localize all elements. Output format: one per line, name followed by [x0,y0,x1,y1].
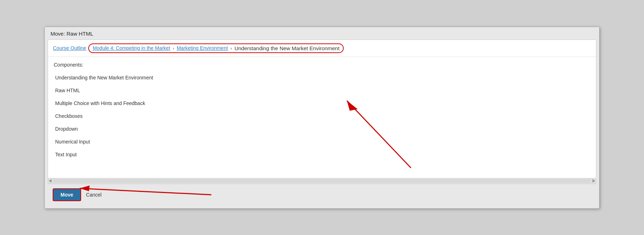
cancel-link[interactable]: Cancel [86,192,102,198]
list-item: Multiple Choice with Hints and Feedback [54,97,590,110]
breadcrumb-marketing-link[interactable]: Marketing Environment [177,45,228,51]
breadcrumb-highlight: Module 4: Competing in the Market › Mark… [88,43,344,53]
move-dialog: Move: Raw HTML Course Outline Module 4: … [44,27,600,209]
scroll-right-arrow[interactable] [592,179,595,183]
list-item: Text Input [54,148,590,161]
breadcrumb-outline-link[interactable]: Course Outline [53,45,86,51]
scroll-track [53,179,591,183]
breadcrumb-sep-1: › [173,46,174,51]
move-button[interactable]: Move [53,188,81,201]
list-item: Numerical Input [54,135,590,148]
components-section: Components: Understanding the New Market… [48,57,596,178]
horizontal-scrollbar[interactable] [48,178,596,184]
list-item: Understanding the New Market Environment [54,71,590,84]
breadcrumb-sep-2: › [231,46,232,51]
breadcrumb-current: Understanding the New Market Environment [234,45,339,51]
dialog-body: Course Outline Module 4: Competing in th… [48,40,596,184]
dialog-titlebar: Move: Raw HTML [45,27,599,40]
components-label: Components: [54,62,590,68]
list-item: Checkboxes [54,110,590,122]
breadcrumb-module-link[interactable]: Module 4: Competing in the Market [93,45,170,51]
dialog-footer: Move Cancel [48,184,596,205]
list-item: Dropdown [54,122,590,135]
list-item: Raw HTML [54,84,590,97]
dialog-title: Move: Raw HTML [51,31,93,37]
breadcrumb-bar: Course Outline Module 4: Competing in th… [48,40,596,57]
svg-marker-3 [80,186,90,191]
scroll-left-arrow[interactable] [49,179,52,183]
